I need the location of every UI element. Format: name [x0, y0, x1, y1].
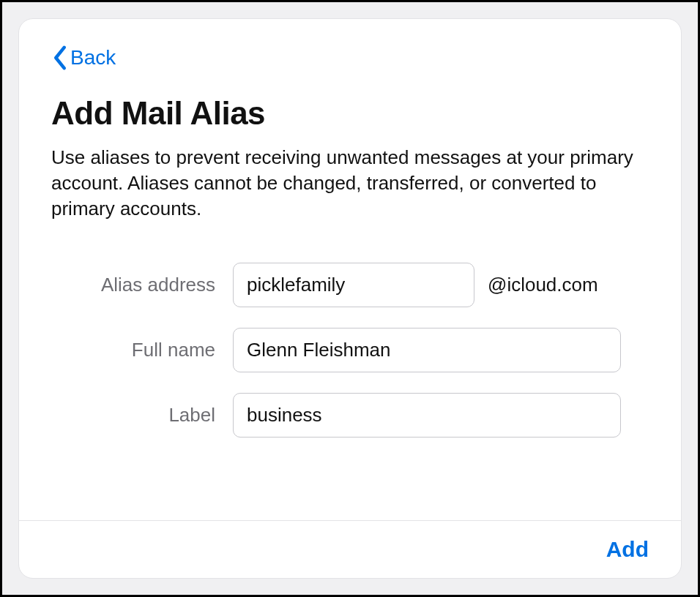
back-button[interactable]: Back: [51, 45, 116, 70]
dialog-card: Back Add Mail Alias Use aliases to preve…: [18, 18, 682, 579]
label-field-label: Label: [51, 404, 233, 427]
label-input-wrap: [233, 393, 649, 438]
fullname-input-wrap: [233, 328, 649, 372]
form-row-alias: Alias address @icloud.com: [51, 263, 649, 307]
alias-input-wrap: @icloud.com: [233, 263, 649, 307]
dialog-footer: Add: [19, 520, 681, 578]
alias-input[interactable]: [233, 263, 474, 307]
chevron-left-icon: [51, 45, 69, 70]
fullname-input[interactable]: [233, 328, 621, 372]
form-row-label: Label: [51, 393, 649, 438]
add-button[interactable]: Add: [600, 533, 655, 566]
fullname-label: Full name: [51, 339, 233, 361]
page-description: Use aliases to prevent receiving unwante…: [51, 145, 649, 222]
dialog-content: Back Add Mail Alias Use aliases to preve…: [19, 19, 681, 520]
back-label: Back: [70, 46, 116, 70]
page-title: Add Mail Alias: [51, 95, 649, 132]
alias-domain-suffix: @icloud.com: [488, 274, 598, 296]
alias-label: Alias address: [51, 274, 233, 296]
label-input[interactable]: [233, 393, 621, 438]
form-row-fullname: Full name: [51, 328, 649, 372]
